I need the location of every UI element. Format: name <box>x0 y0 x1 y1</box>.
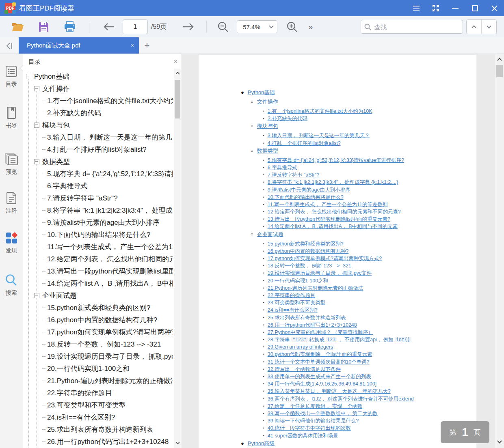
outline-link[interactable]: 24.is和==有什么区别? <box>268 308 318 313</box>
outline-link[interactable]: 13.请写出一段python代码实现删除list里面的重复元素? <box>268 217 390 222</box>
toc-tree-item[interactable]: 26.用一行python代码写出1+2+3+10248 <box>23 435 182 448</box>
outline-link[interactable]: 8.将字符串 "k:1 |k2:1|k2:3|k3:4"， 处理成字典 {k:1… <box>268 180 398 185</box>
outline-link[interactable]: 26.用一行python代码写出1+2+3+10248 <box>268 323 357 328</box>
outline-link[interactable]: 7.请反转字符串 "aStr"? <box>268 172 320 178</box>
toc-tree-item[interactable]: Python基础 <box>23 70 182 82</box>
print-icon[interactable] <box>64 21 76 32</box>
outline-link[interactable]: 10.下面代码的输出结果将是什么? <box>268 195 344 200</box>
outline-link[interactable]: 文件操作 <box>257 99 278 104</box>
toc-tree-item[interactable]: 1.有一个jsonline格式的文件file.txt大小约为10K <box>23 95 182 107</box>
collapse-expander-icon[interactable] <box>34 86 39 91</box>
toc-tree-item[interactable]: 13.请写出一段python代码实现删除list里面的重复元素? <box>23 265 182 277</box>
collapse-expander-icon[interactable] <box>26 74 31 79</box>
toc-tree-item[interactable]: 21.Python-遍历列表时删除元素的正确做法 <box>23 375 182 387</box>
toc-tree-item[interactable]: 19.设计实现遍历目录与子目录， 抓取.pyc文件 <box>23 350 182 362</box>
outline-link[interactable]: 25.求出列表所有奇数并构造新列表 <box>268 315 346 321</box>
search-input[interactable] <box>374 23 459 31</box>
toc-tree-item[interactable]: 10.下面代码的输出结果将是什么? <box>23 228 182 241</box>
outline-link[interactable]: 30.python代码实现删除一个list里面的重复元素 <box>268 352 372 357</box>
toc-tree-item[interactable]: 18.反转一个整数， 例如-123 --> -321 <box>23 338 182 350</box>
zoom-out-icon[interactable] <box>217 21 229 32</box>
collapse-sidebar-icon[interactable] <box>0 39 19 53</box>
find-previous-button[interactable] <box>467 20 481 34</box>
zoom-level-select[interactable]: 57.4% <box>237 20 277 33</box>
outline-link[interactable]: 29.Given an array of integers <box>268 345 333 350</box>
outline-link[interactable]: 41.super函数的具体用法和场景 <box>268 433 338 439</box>
save-icon[interactable] <box>38 22 49 32</box>
outline-link[interactable]: 39.阅读一下代码他们的输出结果是什么? <box>268 418 359 424</box>
sidebar-item-annotations[interactable]: 注释 <box>0 190 23 215</box>
outline-link[interactable]: 数据类型 <box>257 148 278 153</box>
toc-tree-item[interactable]: 9.请按alist中元素的age由大到小排序 <box>23 216 182 228</box>
search-box[interactable] <box>361 20 463 34</box>
toc-tree-item[interactable]: 16.python中内置的数据结构有几种? <box>23 314 182 326</box>
outline-link[interactable]: 17.python如何实现单例模式?请写出两种实现方式? <box>268 256 382 261</box>
toc-tree-item[interactable]: 5.现有字典 d= {'a':24,'g':52,'i':12,'k':33}请… <box>23 168 182 180</box>
outline-link[interactable]: 3.输入日期， 判断这一天是这一年的第几天？ <box>268 133 370 138</box>
toc-tree-item[interactable]: 12.给定两个列表， 怎么找出他们相同的元素和不同的元素? <box>23 253 182 265</box>
outline-link[interactable]: 企业面试题 <box>257 232 283 237</box>
outline-link[interactable]: 36.两个有序列表， l1,l2， 对这两个列表进行合并不可使用extend <box>268 396 414 402</box>
toc-tree-item[interactable]: 24.is和==有什么区别? <box>23 411 182 423</box>
toc-tree-item[interactable]: 2.补充缺失的代码 <box>23 107 182 119</box>
scroll-down-icon[interactable] <box>174 439 181 446</box>
document-viewer[interactable]: ●Python基础○文件操作▪1.有一个jsonline格式的文件file.tx… <box>182 54 504 448</box>
toc-scrollbar[interactable] <box>174 69 181 448</box>
next-page-icon[interactable] <box>183 23 194 31</box>
scroll-up-icon[interactable] <box>174 69 181 77</box>
outline-link[interactable]: 18.反转一个整数， 例如-123 --> -321 <box>268 263 351 269</box>
toc-panel-close-icon[interactable]: × <box>174 58 177 65</box>
toc-tree-item[interactable]: 模块与包 <box>23 119 182 131</box>
outline-link[interactable]: 21.Python-遍历列表时删除元素的正确做法 <box>268 286 363 291</box>
toc-tree-item[interactable]: 企业面试题 <box>23 289 182 302</box>
toc-tree-item[interactable]: 23.可变类型和不可变类型 <box>23 399 182 411</box>
outline-link[interactable]: 16.python中内置的数据结构有几种? <box>268 249 348 254</box>
scroll-up-icon[interactable] <box>495 56 504 63</box>
minimize-icon[interactable] <box>446 0 465 16</box>
scroll-down-icon[interactable] <box>495 438 504 446</box>
toc-tree-item[interactable]: 数据类型 <box>23 155 182 168</box>
toc-tree-item[interactable]: 7.请反转字符串 "aStr"? <box>23 192 182 204</box>
outline-link[interactable]: 23.可变类型和不可变类型 <box>268 300 325 306</box>
toc-scrollbar-thumb[interactable] <box>175 80 180 118</box>
outline-link[interactable]: 20.一行代码实现1-100之和 <box>268 278 328 284</box>
close-icon[interactable] <box>485 0 504 16</box>
toc-tree-item[interactable]: 文件操作 <box>23 82 182 95</box>
toc-tree-item[interactable]: 8.将字符串 "k:1 |k1:2|k2:3|k3:4"， 处理成字典 {k:1… <box>23 204 182 216</box>
outline-link[interactable]: 9.请按alist中元素的age由大到小排序 <box>268 187 350 193</box>
toc-tree-item[interactable]: 15.python新式类和经典类的区别? <box>23 302 182 314</box>
sidebar-item-discover[interactable]: 发现 <box>0 230 23 254</box>
window-scrollbar[interactable] <box>495 54 504 448</box>
open-file-icon[interactable] <box>11 22 24 32</box>
outline-link[interactable]: Python基础 <box>248 90 275 95</box>
tab-active-document[interactable]: Python面试大全.pdf × <box>19 37 139 54</box>
new-tab-button[interactable]: + <box>139 37 155 54</box>
outline-link[interactable]: 19.设计实现遍历目录与子目录， 抓取.pyc文件 <box>268 271 372 276</box>
toc-tree-item[interactable]: 11.写一个列表生成式， 产生一个公差为11的等差数列 <box>23 241 182 253</box>
outline-link[interactable]: 15.python新式类和经典类的区别? <box>268 241 344 247</box>
outline-link[interactable]: 模块与包 <box>257 123 278 129</box>
outline-link[interactable]: 27.Python中变量的作用域？ （变量查找顺序） <box>268 330 373 335</box>
collapse-expander-icon[interactable] <box>34 123 39 128</box>
toc-tree-item[interactable]: 14.给定两个list A， B ,请用找出A， B中相同与不同的元素 <box>23 277 182 289</box>
fullscreen-icon[interactable] <box>426 0 446 16</box>
maximize-icon[interactable] <box>465 0 485 16</box>
toc-tree-item[interactable]: 4.打乱一个排好序的list对象alist? <box>23 143 182 155</box>
outline-link[interactable]: 37.给定一个任意长度数组， 实现一个函数 <box>268 404 362 409</box>
outline-link[interactable]: 40.统计一段字符串中字符出现的次数 <box>268 426 351 431</box>
outline-link[interactable]: 1.有一个jsonline格式的文件file.txt大小约为10K <box>268 109 372 114</box>
sidebar-item-bookmarks[interactable]: 书签 <box>0 105 23 129</box>
window-scrollbar-thumb[interactable] <box>496 65 503 77</box>
outline-link[interactable]: 12.给定两个列表， 怎么找出他们相同的元素和不同的元素? <box>268 209 401 215</box>
outline-link[interactable]: 35.输入某年某月某日， 判断这一天是这一年的第几天? <box>268 389 391 394</box>
menu-icon[interactable] <box>407 0 426 16</box>
toc-tree-item[interactable]: 3.输入日期， 判断这一天是这一年的第几天？ <box>23 131 182 143</box>
toc-tree-item[interactable]: 22.字符串的操作题目 <box>23 387 182 399</box>
outline-link[interactable]: 5.现有字典 d= {'a':24,'g':52,'i':12,'k':33}请… <box>268 158 404 163</box>
outline-link[interactable]: 4.打乱一个排好序的list对象alist? <box>268 141 341 146</box>
outline-link[interactable]: 2.补充缺失的代码 <box>268 116 307 121</box>
toc-tree-item[interactable]: 17.python如何实现单例模式?请写出两种实现方式? <box>23 326 182 338</box>
outline-link[interactable]: 31.统计一个文本中单词频次最高的10个单词? <box>268 360 370 365</box>
outline-link[interactable]: 11.写一个列表生成式， 产生一个公差为11的等差数列 <box>268 202 387 207</box>
tab-close-icon[interactable]: × <box>131 42 134 49</box>
